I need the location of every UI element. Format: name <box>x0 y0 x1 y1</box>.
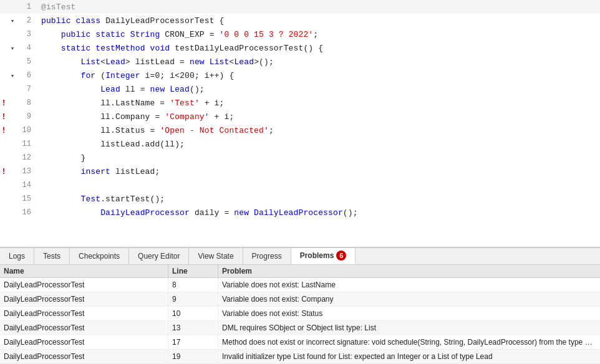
problem-name: DailyLeadProcessorTest <box>0 335 168 349</box>
line-gutter: 14 <box>0 181 39 189</box>
line-code: listLead.add(ll); <box>39 140 600 149</box>
line-code: ll.Status = 'Open - Not Contacted'; <box>39 126 600 135</box>
problem-line: 8 <box>168 278 218 292</box>
code-line: 11 listLead.add(ll); <box>0 137 600 151</box>
line-code: ll.LastName = 'Test' + i; <box>39 98 600 108</box>
problems-area: Name Line Problem DailyLeadProcessorTest… <box>0 265 600 364</box>
line-gutter: !10 <box>0 126 39 135</box>
expand-marker-icon[interactable]: ▾ <box>9 72 16 80</box>
problem-line: 10 <box>168 307 218 320</box>
line-number: 14 <box>17 181 35 189</box>
error-marker-icon: ! <box>0 112 7 122</box>
line-number: 11 <box>17 140 35 148</box>
line-code: List<Lead> listLead = new List<Lead>(); <box>39 57 600 67</box>
tab-tests[interactable]: Tests <box>34 248 70 264</box>
line-number: 16 <box>17 208 35 217</box>
problem-name: DailyLeadProcessorTest <box>0 350 168 363</box>
line-code: DailyLeadProcessor daily = new DailyLead… <box>39 208 600 218</box>
line-code: insert listLead; <box>39 167 600 176</box>
line-code: static testMethod void testDailyLeadProc… <box>39 44 600 53</box>
problem-description: Invalid initializer type List found for … <box>218 350 600 363</box>
line-code: for (Integer i=0; i<200; i++) { <box>39 71 600 80</box>
line-number: 5 <box>17 57 35 66</box>
problem-line: 17 <box>168 335 218 349</box>
tab-checkpoints[interactable]: Checkpoints <box>70 248 129 264</box>
problem-name: DailyLeadProcessorTest <box>0 321 168 335</box>
code-line: 14 <box>0 178 600 192</box>
expand-marker-icon[interactable]: ▾ <box>9 44 16 52</box>
tab-progress[interactable]: Progress <box>243 248 291 264</box>
line-number: 12 <box>17 153 35 162</box>
line-gutter: 7 <box>0 85 39 93</box>
col-header-problem: Problem <box>218 265 600 277</box>
code-line: ▾6 for (Integer i=0; i<200; i++) { <box>0 69 600 82</box>
line-number: 4 <box>17 44 35 52</box>
line-code: @isTest <box>39 2 600 12</box>
problems-table: DailyLeadProcessorTest8Variable does not… <box>0 278 600 364</box>
problem-row[interactable]: DailyLeadProcessorTest8Variable does not… <box>0 278 600 292</box>
tab-query-editor[interactable]: Query Editor <box>129 248 189 264</box>
line-gutter: 11 <box>0 140 39 148</box>
line-gutter: 3 <box>0 30 39 39</box>
error-marker-icon: ! <box>0 126 7 135</box>
tab-logs[interactable]: Logs <box>0 248 34 264</box>
line-gutter: 1 <box>0 2 39 11</box>
code-line: !13 insert listLead; <box>0 165 600 178</box>
code-line: !10 ll.Status = 'Open - Not Contacted'; <box>0 123 600 137</box>
line-number: 6 <box>17 71 35 80</box>
code-line: !8 ll.LastName = 'Test' + i; <box>0 96 600 110</box>
problem-row[interactable]: DailyLeadProcessorTest9Variable does not… <box>0 292 600 307</box>
problem-line: 13 <box>168 321 218 335</box>
line-number: 10 <box>17 126 35 135</box>
code-lines: 1@isTest▾2public class DailyLeadProcesso… <box>0 0 600 247</box>
line-gutter: 5 <box>0 57 39 66</box>
problem-line: 19 <box>168 350 218 363</box>
tab-problems[interactable]: Problems6 <box>291 248 356 264</box>
line-gutter: !8 <box>0 98 39 108</box>
code-line: ▾4 static testMethod void testDailyLeadP… <box>0 41 600 55</box>
error-marker-icon: ! <box>0 167 7 176</box>
code-line: 3 public static String CRON_EXP = '0 0 0… <box>0 27 600 41</box>
line-gutter: 16 <box>0 208 39 217</box>
error-marker-icon: ! <box>0 98 7 108</box>
line-number: 1 <box>17 2 35 11</box>
tab-label: Progress <box>252 252 282 261</box>
line-gutter: ▾2 <box>0 16 39 25</box>
line-number: 8 <box>17 98 35 107</box>
line-number: 9 <box>17 112 35 121</box>
line-code: Test.startTest(); <box>39 194 600 204</box>
code-line: 15 Test.startTest(); <box>0 192 600 206</box>
tab-label: Query Editor <box>138 252 180 261</box>
col-header-line: Line <box>168 265 218 277</box>
line-gutter: ▾4 <box>0 44 39 52</box>
problem-row[interactable]: DailyLeadProcessorTest17Method does not … <box>0 335 600 350</box>
problem-name: DailyLeadProcessorTest <box>0 278 168 292</box>
line-code: public class DailyLeadProcessorTest { <box>39 16 600 26</box>
tab-bar: LogsTestsCheckpointsQuery EditorView Sta… <box>0 247 600 265</box>
problem-description: Variable does not exist: LastName <box>218 278 600 292</box>
problem-description: DML requires SObject or SObject list typ… <box>218 321 600 335</box>
expand-marker-icon[interactable]: ▾ <box>9 17 16 25</box>
tab-badge: 6 <box>336 251 346 261</box>
line-number: 15 <box>17 194 35 203</box>
line-gutter: !13 <box>0 167 39 176</box>
problems-header: Name Line Problem <box>0 265 600 278</box>
problem-row[interactable]: DailyLeadProcessorTest10Variable does no… <box>0 307 600 321</box>
problem-row[interactable]: DailyLeadProcessorTest13DML requires SOb… <box>0 321 600 335</box>
problem-description: Variable does not exist: Status <box>218 307 600 320</box>
code-line: ▾2public class DailyLeadProcessorTest { <box>0 14 600 27</box>
line-number: 7 <box>17 85 35 93</box>
problem-name: DailyLeadProcessorTest <box>0 307 168 320</box>
code-line: !9 ll.Company = 'Company' + i; <box>0 110 600 123</box>
problem-name: DailyLeadProcessorTest <box>0 292 168 306</box>
problem-description: Method does not exist or incorrect signa… <box>218 335 600 349</box>
tab-label: Checkpoints <box>79 252 120 261</box>
line-number: 13 <box>17 167 35 176</box>
problem-line: 9 <box>168 292 218 306</box>
line-code: ll.Company = 'Company' + i; <box>39 112 600 122</box>
code-line: 5 List<Lead> listLead = new List<Lead>()… <box>0 55 600 69</box>
line-gutter: 12 <box>0 153 39 162</box>
tab-view-state[interactable]: View State <box>189 248 243 264</box>
line-gutter: 15 <box>0 194 39 203</box>
problem-row[interactable]: DailyLeadProcessorTest19Invalid initiali… <box>0 350 600 364</box>
